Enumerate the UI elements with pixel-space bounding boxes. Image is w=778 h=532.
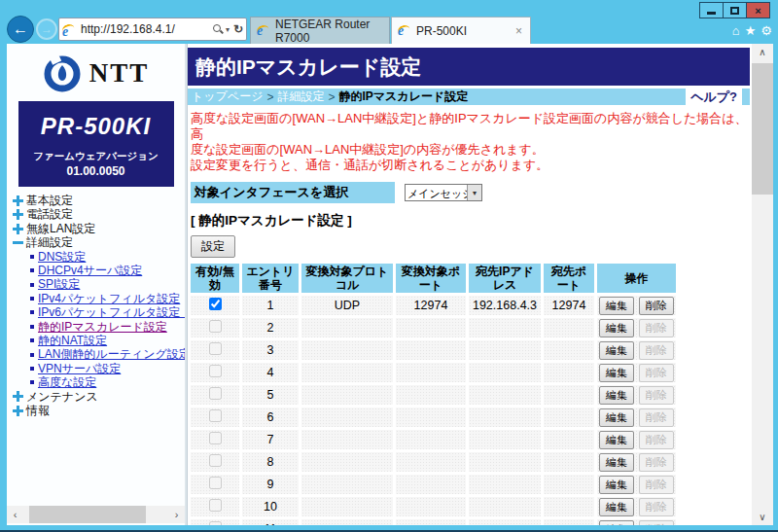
table-row: 9 編集 削除	[191, 475, 676, 494]
enable-checkbox[interactable]	[209, 432, 222, 444]
enable-checkbox[interactable]	[209, 477, 222, 489]
minus-icon	[13, 237, 23, 248]
port-cell	[396, 340, 466, 360]
autocomplete-caret-icon[interactable]: ▾	[226, 25, 230, 34]
scrollbar-thumb[interactable]	[752, 63, 773, 195]
enable-checkbox[interactable]	[209, 499, 222, 512]
sidebar-item-maintenance[interactable]: メンテナンス	[13, 390, 185, 404]
breadcrumb-top-page[interactable]: トップページ	[192, 89, 263, 105]
dest-ip-cell	[469, 340, 541, 360]
edit-button[interactable]: 編集	[599, 431, 634, 449]
main-vertical-scrollbar[interactable]: ∧ ∨	[752, 44, 773, 525]
sidebar-item-information[interactable]: 情報	[13, 404, 185, 417]
enable-checkbox[interactable]	[209, 454, 222, 467]
protocol-cell	[301, 452, 393, 472]
enable-checkbox[interactable]	[209, 409, 222, 422]
dest-port-cell	[544, 318, 594, 337]
enable-checkbox[interactable]	[209, 320, 222, 333]
forward-arrow-icon: →	[41, 22, 53, 36]
sidebar-subitem-vpn-server[interactable]: VPNサーバ設定	[30, 362, 185, 375]
scroll-up-icon[interactable]: ∧	[752, 44, 773, 60]
dest-port-cell	[544, 385, 594, 405]
bullet-icon	[30, 325, 34, 329]
breadcrumb-advanced-settings[interactable]: 詳細設定	[277, 89, 324, 105]
scroll-right-icon[interactable]: ›	[168, 506, 185, 523]
warning-line: 設定変更を行うと、通信・通話が切断されることがあります。	[191, 158, 752, 173]
dest-port-cell	[544, 519, 594, 525]
edit-button[interactable]: 編集	[599, 520, 634, 526]
scrollbar-thumb[interactable]	[29, 506, 146, 523]
sidebar-subitem-ipv4-filter[interactable]: IPv4パケットフィルタ設定	[30, 292, 185, 305]
header-operations: 操作	[597, 264, 676, 293]
sidebar-subitem-dns[interactable]: DNS設定	[30, 250, 185, 264]
edit-button[interactable]: 編集	[599, 319, 634, 337]
enable-checkbox[interactable]	[209, 521, 222, 525]
maximize-button[interactable]	[723, 2, 747, 18]
forward-button[interactable]: →	[36, 18, 57, 40]
interface-select[interactable]: メインセッション ▾	[405, 184, 482, 201]
dest-ip-cell: 192.168.4.3	[469, 296, 541, 315]
minimize-button[interactable]	[699, 2, 724, 18]
scroll-down-icon[interactable]: ∨	[752, 509, 773, 525]
sidebar-nav: 基本設定 電話設定 無線LAN設定 詳細設定 DNS設定 DHCPv4サーバ設定…	[13, 194, 185, 418]
sidebar-subitem-dhcpv4[interactable]: DHCPv4サーバ設定	[30, 264, 185, 277]
settings-gear-icon[interactable]: ⚙	[760, 23, 772, 38]
bullet-icon	[30, 338, 34, 342]
home-icon[interactable]: ⌂	[732, 23, 740, 38]
entry-number-cell: 9	[242, 475, 299, 494]
port-cell: 12974	[396, 296, 466, 315]
address-bar[interactable]: e http://192.168.4.1/ ▾ ↻	[58, 18, 247, 41]
close-button[interactable]: ×	[746, 2, 770, 18]
sidebar-subitem-advanced[interactable]: 高度な設定	[30, 375, 185, 389]
tab-pr500ki[interactable]: e PR-500KI ×	[391, 17, 531, 44]
edit-button[interactable]: 編集	[599, 408, 634, 427]
tab-netgear-router[interactable]: e NETGEAR Router R7000	[250, 17, 390, 44]
enable-checkbox[interactable]	[209, 387, 222, 400]
back-button[interactable]: ←	[7, 16, 34, 43]
dest-port-cell	[544, 408, 594, 427]
edit-button[interactable]: 編集	[599, 341, 634, 360]
enable-checkbox[interactable]	[209, 365, 222, 377]
sidebar-subitem-static-nat[interactable]: 静的NAT設定	[30, 334, 185, 347]
dest-ip-cell	[469, 408, 541, 427]
protocol-cell	[301, 430, 393, 449]
edit-button[interactable]: 編集	[599, 364, 634, 382]
sidebar-item-advanced-settings[interactable]: 詳細設定	[13, 235, 185, 249]
submit-button[interactable]: 設定	[191, 235, 235, 258]
dest-port-cell	[544, 475, 594, 494]
sidebar-subitem-lan-static-routing[interactable]: LAN側静的ルーティング設定	[30, 347, 185, 361]
ie-favicon: e	[257, 23, 271, 38]
favorites-star-icon[interactable]: ★	[745, 23, 757, 38]
minimize-icon	[707, 12, 716, 15]
entry-number-cell: 8	[242, 452, 299, 472]
delete-button[interactable]: 削除	[639, 297, 674, 315]
sidebar-subitem-static-ip-masquerade[interactable]: 静的IPマスカレード設定	[30, 320, 185, 334]
edit-button[interactable]: 編集	[599, 297, 634, 315]
enable-checkbox[interactable]	[209, 298, 222, 310]
ntt-dynamic-loop-icon	[43, 53, 82, 92]
bullet-icon	[30, 353, 34, 357]
sidebar-horizontal-scrollbar[interactable]: ‹ ›	[7, 506, 185, 523]
maximize-icon	[730, 7, 739, 15]
tab-close-icon[interactable]: ×	[513, 24, 524, 38]
delete-button: 削除	[639, 341, 674, 360]
header-enabled: 有効/無効	[191, 264, 239, 293]
dest-ip-cell	[469, 430, 541, 449]
bullet-icon	[30, 380, 34, 384]
sidebar-subitem-spi[interactable]: SPI設定	[30, 277, 185, 291]
url-text[interactable]: http://192.168.4.1/	[81, 22, 212, 36]
sidebar-item-basic-settings[interactable]: 基本設定	[13, 194, 185, 207]
help-link[interactable]: ヘルプ?	[686, 88, 742, 106]
sidebar-item-phone-settings[interactable]: 電話設定	[13, 207, 185, 221]
scroll-left-icon[interactable]: ‹	[7, 506, 23, 523]
sidebar-item-wireless-lan[interactable]: 無線LAN設定	[13, 222, 185, 235]
sidebar-subitem-ipv6-filter[interactable]: IPv6パケットフィルタ設定（IPo	[30, 305, 185, 319]
dest-port-cell	[544, 452, 594, 472]
edit-button[interactable]: 編集	[599, 453, 634, 472]
enable-checkbox[interactable]	[209, 342, 222, 355]
edit-button[interactable]: 編集	[599, 498, 634, 516]
search-icon[interactable]	[212, 23, 224, 35]
edit-button[interactable]: 編集	[599, 386, 634, 405]
edit-button[interactable]: 編集	[599, 476, 634, 494]
refresh-icon[interactable]: ↻	[233, 22, 243, 36]
